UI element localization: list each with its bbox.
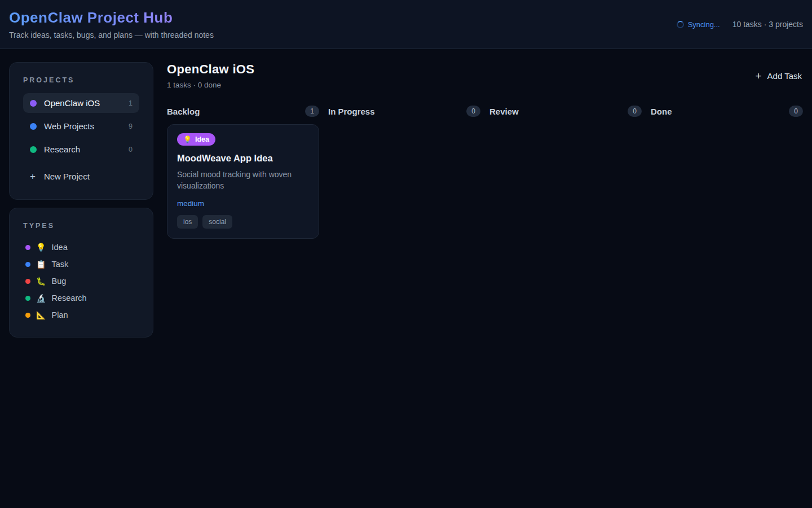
lightbulb-icon: 💡 [36,243,46,251]
kanban-columns: Backlog 1 💡 Idea MoodWeave App Idea Soci… [167,106,803,239]
header-stats: 10 tasks · 3 projects [732,20,803,29]
plus-icon: + [755,71,761,81]
add-task-button[interactable]: + Add Task [754,67,803,85]
board: OpenClaw iOS 1 tasks · 0 done + Add Task… [167,62,803,345]
column-count-badge: 1 [305,106,319,117]
project-color-dot [30,123,37,130]
type-color-dot [25,245,30,250]
sidebar-item-research[interactable]: Research 0 [23,139,139,159]
column-header: Review 0 [489,106,642,117]
column-backlog: Backlog 1 💡 Idea MoodWeave App Idea Soci… [167,106,319,239]
app-header-left: OpenClaw Project Hub Track ideas, tasks,… [9,9,214,40]
lightbulb-icon: 💡 [183,136,192,143]
clipboard-icon: 📋 [36,260,46,268]
board-header: OpenClaw iOS 1 tasks · 0 done + Add Task [167,62,803,89]
project-name: Web Projects [44,121,94,131]
column-header: Backlog 1 [167,106,319,117]
column-in-progress: In Progress 0 [328,106,480,239]
task-card-moodweave[interactable]: 💡 Idea MoodWeave App Idea Social mood tr… [167,124,319,239]
project-name: Research [44,144,80,154]
app-header-right: Syncing... 10 tasks · 3 projects [677,20,803,29]
layout: PROJECTS OpenClaw iOS 1 Web Projects 9 R… [0,49,812,345]
column-name: In Progress [328,107,375,116]
type-badge-idea: 💡 Idea [177,133,215,146]
microscope-icon: 🔬 [36,294,46,302]
column-count-badge: 0 [628,106,642,117]
app-title: OpenClaw Project Hub [9,9,214,27]
type-item-task[interactable]: 📋 Task [23,256,139,273]
column-name: Backlog [167,107,200,116]
column-header: Done 0 [651,106,803,117]
project-name: OpenClaw iOS [44,98,100,108]
type-badge-label: Idea [195,135,209,143]
project-count: 1 [129,99,133,107]
types-panel: TYPES 💡 Idea 📋 Task 🐛 Bug 🔬 Research [9,208,153,338]
column-name: Done [651,107,672,116]
sync-status: Syncing... [677,20,720,29]
type-color-dot [25,313,30,318]
new-project-button[interactable]: + New Project [23,167,96,186]
project-count: 0 [129,146,133,154]
board-header-left: OpenClaw iOS 1 tasks · 0 done [167,62,254,89]
type-name: Task [51,260,68,269]
type-item-research[interactable]: 🔬 Research [23,290,139,306]
type-name: Plan [51,310,68,319]
sidebar: PROJECTS OpenClaw iOS 1 Web Projects 9 R… [9,62,153,345]
card-tags: ios social [177,215,309,229]
type-item-plan[interactable]: 📐 Plan [23,306,139,323]
add-task-label: Add Task [767,71,802,81]
type-item-bug[interactable]: 🐛 Bug [23,273,139,290]
project-count: 9 [129,122,133,130]
column-name: Review [489,107,519,116]
bug-icon: 🐛 [36,277,46,285]
type-name: Idea [51,243,67,252]
sync-spinner-icon [677,21,684,28]
column-count-badge: 0 [789,106,803,117]
new-project-label: New Project [44,172,90,181]
board-title: OpenClaw iOS [167,62,254,77]
column-count-badge: 0 [466,106,480,117]
projects-panel: PROJECTS OpenClaw iOS 1 Web Projects 9 R… [9,62,153,200]
board-stats: 1 tasks · 0 done [167,81,254,89]
types-panel-label: TYPES [23,222,139,230]
type-name: Bug [51,277,66,286]
sidebar-item-web-projects[interactable]: Web Projects 9 [23,116,139,136]
type-color-dot [25,296,30,301]
card-description: Social mood tracking with woven visualiz… [177,169,309,192]
sidebar-item-openclaw-ios[interactable]: OpenClaw iOS 1 [23,93,139,113]
app-subtitle: Track ideas, tasks, bugs, and plans — wi… [9,30,214,40]
sync-status-label: Syncing... [688,20,720,29]
card-title: MoodWeave App Idea [177,153,309,164]
project-color-dot [30,146,37,153]
type-color-dot [25,262,30,267]
app-header: OpenClaw Project Hub Track ideas, tasks,… [0,0,812,49]
type-item-idea[interactable]: 💡 Idea [23,239,139,256]
tag: ios [177,215,198,229]
column-done: Done 0 [651,106,803,239]
card-priority: medium [177,199,309,208]
project-color-dot [30,100,37,107]
tag: social [202,215,232,229]
projects-panel-label: PROJECTS [23,76,139,84]
column-header: In Progress 0 [328,106,480,117]
type-color-dot [25,279,30,284]
column-review: Review 0 [489,106,642,239]
type-name: Research [51,294,86,303]
plus-icon: + [30,172,36,181]
triangle-ruler-icon: 📐 [36,311,46,319]
